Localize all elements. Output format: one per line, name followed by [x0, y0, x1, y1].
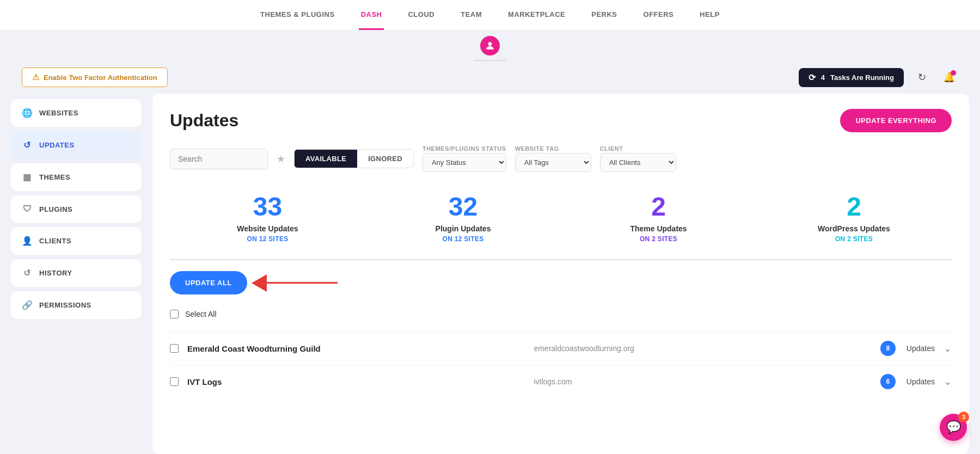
site-badge-1: 6 — [880, 374, 896, 389]
user-bar — [0, 30, 980, 58]
top-nav: THEMES & PLUGINS DASH CLOUD TEAM MARKETP… — [0, 0, 980, 30]
spinner-icon: ⟳ — [808, 72, 816, 83]
tasks-running[interactable]: ⟳ 4 Tasks Are Running — [799, 68, 904, 87]
themes-icon: ▦ — [22, 172, 33, 182]
tasks-label: Tasks Are Running — [830, 73, 894, 82]
site-name-1: IVT Logs — [187, 377, 525, 386]
tasks-count: 4 — [821, 73, 825, 82]
status-filter-group: THEMES/PLUGINS STATUS Any Status — [422, 145, 506, 172]
nav-offers[interactable]: OFFERS — [641, 1, 676, 30]
tag-filter-group: WEBSITE TAG All Tags — [515, 145, 591, 172]
status-filter-label: THEMES/PLUGINS STATUS — [422, 145, 506, 152]
site-checkbox-0[interactable] — [170, 344, 179, 353]
nav-dash[interactable]: DASH — [359, 1, 384, 30]
sidebar-label-clients: CLIENTS — [39, 237, 71, 245]
status-filter-select[interactable]: Any Status — [422, 153, 506, 172]
stat-label-wordpress: WordPress Updates — [756, 224, 952, 233]
select-all-label: Select All — [185, 310, 217, 318]
sidebar-item-permissions[interactable]: 🔗 PERMISSIONS — [11, 291, 142, 319]
arrow-head — [252, 274, 267, 292]
nav-themes-plugins[interactable]: THEMES & PLUGINS — [258, 1, 337, 30]
sidebar: 🌐 WEBSITES ↺ UPDATES ▦ THEMES 🛡 PLUGINS … — [11, 94, 142, 454]
chat-bubble[interactable]: 💬 3 — [940, 414, 967, 441]
refresh-icon: ↺ — [22, 140, 33, 150]
stat-label-plugins: Plugin Updates — [365, 224, 561, 233]
two-factor-label: Enable Two Factor Authentication — [44, 73, 157, 82]
sidebar-label-history: HISTORY — [39, 269, 72, 277]
client-filter-select[interactable]: All Clients — [600, 153, 676, 172]
site-checkbox-1[interactable] — [170, 377, 179, 386]
content-area: Updates UPDATE EVERYTHING ★ AVAILABLE IG… — [152, 94, 969, 454]
sidebar-item-updates[interactable]: ↺ UPDATES — [11, 131, 142, 159]
stat-number-plugins: 32 — [365, 194, 561, 220]
stat-website-updates: 33 Website Updates ON 12 SITES — [170, 188, 365, 248]
stat-label-websites: Website Updates — [170, 224, 365, 233]
site-updates-text-1: Updates — [906, 377, 935, 386]
globe-icon: 🌐 — [22, 108, 33, 118]
svg-point-0 — [488, 42, 492, 46]
sidebar-item-themes[interactable]: ▦ THEMES — [11, 163, 142, 191]
site-row-1: IVT Logs ivtlogs.com 6 Updates ⌄ — [170, 365, 952, 398]
refresh-icon: ↻ — [918, 71, 926, 83]
site-updates-text-0: Updates — [906, 344, 935, 353]
sidebar-label-themes: THEMES — [39, 173, 70, 181]
right-icons: ⟳ 4 Tasks Are Running ↻ 🔔 — [799, 68, 958, 87]
stat-sub-plugins: ON 12 SITES — [365, 235, 561, 243]
notification-button[interactable]: 🔔 — [940, 68, 958, 87]
tag-filter-label: WEBSITE TAG — [515, 145, 591, 152]
nav-perks[interactable]: PERKS — [589, 1, 619, 30]
client-filter-group: CLIENT All Clients — [600, 145, 676, 172]
stat-sub-wordpress: ON 2 SITES — [756, 235, 952, 243]
select-all-checkbox[interactable] — [170, 310, 179, 318]
warn-icon: ⚠ — [32, 72, 39, 82]
stat-label-themes: Theme Updates — [561, 224, 756, 233]
site-row: Emerald Coast Woodturning Guild emeraldc… — [170, 332, 952, 365]
alert-bar: ⚠ Enable Two Factor Authentication ⟳ 4 T… — [0, 61, 980, 94]
main-layout: 🌐 WEBSITES ↺ UPDATES ▦ THEMES 🛡 PLUGINS … — [0, 94, 980, 454]
update-everything-button[interactable]: UPDATE EVERYTHING — [840, 109, 952, 132]
stat-plugin-updates: 32 Plugin Updates ON 12 SITES — [365, 188, 561, 248]
sidebar-label-updates: UPDATES — [39, 141, 75, 149]
nav-help[interactable]: HELP — [697, 1, 722, 30]
avatar[interactable] — [480, 36, 500, 56]
tab-ignored[interactable]: IGNORED — [357, 150, 413, 168]
site-expand-icon-1[interactable]: ⌄ — [944, 376, 952, 388]
search-input[interactable] — [170, 149, 268, 169]
site-expand-icon-0[interactable]: ⌄ — [944, 342, 952, 354]
page-title: Updates — [170, 111, 238, 131]
page-header: Updates UPDATE EVERYTHING — [170, 109, 952, 132]
sidebar-item-history[interactable]: ↺ HISTORY — [11, 259, 142, 287]
stat-number-websites: 33 — [170, 194, 365, 220]
client-filter-label: CLIENT — [600, 145, 676, 152]
tag-filter-select[interactable]: All Tags — [515, 153, 591, 172]
star-icon[interactable]: ★ — [277, 153, 285, 165]
nav-team[interactable]: TEAM — [458, 1, 484, 30]
stat-sub-themes: ON 2 SITES — [561, 235, 756, 243]
sidebar-item-clients[interactable]: 👤 CLIENTS — [11, 227, 142, 255]
select-all-row: Select All — [170, 305, 952, 323]
permissions-icon: 🔗 — [22, 300, 33, 310]
tab-available[interactable]: AVAILABLE — [295, 150, 357, 168]
sidebar-label-plugins: PLUGINS — [39, 205, 72, 213]
nav-marketplace[interactable]: MARKETPLACE — [506, 1, 567, 30]
chat-icon: 💬 — [946, 420, 961, 434]
sidebar-item-plugins[interactable]: 🛡 PLUGINS — [11, 195, 142, 223]
refresh-button[interactable]: ↻ — [912, 68, 931, 87]
person-icon: 👤 — [22, 236, 33, 246]
stat-theme-updates: 2 Theme Updates ON 2 SITES — [561, 188, 756, 248]
stat-wordpress-updates: 2 WordPress Updates ON 2 SITES — [756, 188, 952, 248]
update-all-button[interactable]: UPDATE ALL — [170, 271, 247, 295]
two-factor-button[interactable]: ⚠ Enable Two Factor Authentication — [22, 68, 168, 87]
stat-number-themes: 2 — [561, 194, 756, 220]
site-name-0: Emerald Coast Woodturning Guild — [187, 344, 525, 353]
notification-dot — [951, 70, 956, 76]
filters-row: ★ AVAILABLE IGNORED THEMES/PLUGINS STATU… — [170, 145, 952, 172]
chat-notification-count: 3 — [958, 412, 969, 422]
arrow-line — [267, 282, 338, 284]
stat-number-wordpress: 2 — [756, 194, 952, 220]
stat-sub-websites: ON 12 SITES — [170, 235, 365, 243]
sidebar-item-websites[interactable]: 🌐 WEBSITES — [11, 99, 142, 127]
nav-cloud[interactable]: CLOUD — [406, 1, 437, 30]
site-badge-0: 8 — [880, 341, 896, 356]
site-url-0: emeraldcoastwoodturning.org — [534, 344, 871, 353]
